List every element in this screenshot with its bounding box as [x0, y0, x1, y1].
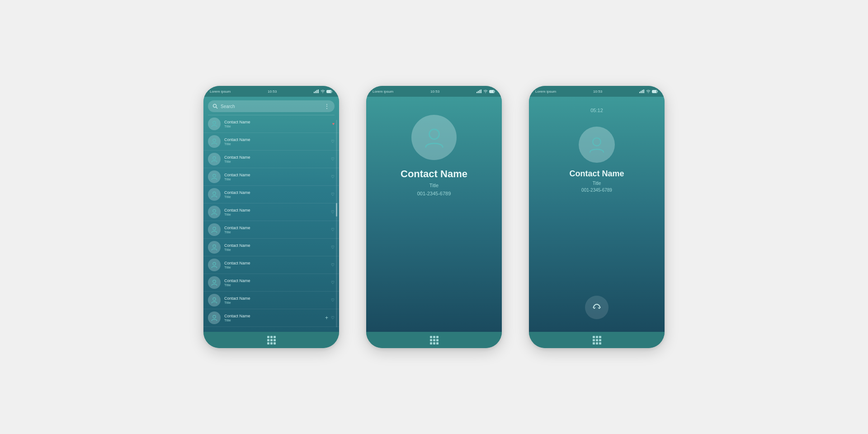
contact-actions: + ♡ — [325, 315, 335, 321]
add-contact-icon[interactable]: + — [325, 315, 328, 321]
contact-actions: ♡ — [331, 298, 335, 302]
grid-dot — [274, 339, 276, 341]
contact-item-title: Title — [224, 212, 327, 217]
grid-icon-3[interactable] — [593, 336, 601, 344]
contact-avatar — [208, 294, 221, 307]
favorite-icon[interactable]: ♡ — [331, 245, 335, 250]
svg-point-36 — [593, 138, 601, 146]
detail-contact-name: Contact Name — [401, 168, 467, 180]
signal-icon-1 — [314, 90, 319, 93]
favorite-icon[interactable]: ♡ — [331, 210, 335, 214]
grid-dot — [593, 339, 595, 341]
grid-icon-1[interactable] — [267, 336, 276, 344]
favorite-icon[interactable]: ♡ — [331, 157, 335, 161]
svg-rect-6 — [327, 90, 331, 92]
favorite-icon[interactable]: ♡ — [331, 192, 335, 197]
time-1: 10:53 — [268, 90, 277, 94]
grid-dot — [596, 336, 598, 338]
medium-person-icon — [587, 135, 607, 155]
favorite-icon[interactable]: ♡ — [331, 298, 335, 302]
avatar-person-icon — [211, 208, 218, 216]
contact-list-item[interactable]: Contact Name Title ♡ — [203, 151, 339, 168]
phone-3: Lorem ipsum 10:53 05:12 — [529, 86, 665, 348]
contact-detail-screen: Contact Name Title 001-2345-6789 — [366, 97, 502, 332]
grid-dot — [596, 342, 598, 344]
grid-dot — [596, 339, 598, 341]
contact-item-name: Contact Name — [224, 173, 327, 177]
svg-rect-22 — [478, 91, 479, 93]
contact-item-title: Title — [224, 142, 327, 146]
phone-1: Lorem ipsum 10:53 — [203, 86, 339, 348]
contact-item-title: Title — [224, 160, 327, 164]
svg-point-17 — [213, 262, 216, 265]
search-menu-icon[interactable]: ⋮ — [324, 103, 330, 109]
contact-item-name: Contact Name — [224, 190, 327, 195]
svg-point-7 — [213, 104, 217, 108]
contact-info: Contact Name Title — [224, 137, 327, 146]
contact-actions: ♡ — [331, 157, 335, 161]
contact-item-name: Contact Name — [224, 226, 327, 230]
wifi-icon-1 — [321, 90, 325, 93]
svg-point-20 — [213, 315, 216, 318]
grid-dot — [267, 339, 269, 341]
favorite-icon[interactable]: ♡ — [331, 175, 335, 179]
contact-list-item[interactable]: Contact Name Title ♡ — [203, 221, 339, 239]
contact-list-item[interactable]: Contact Name Title ♡ — [203, 256, 339, 274]
favorite-icon[interactable]: ♡ — [331, 316, 335, 320]
contact-item-name: Contact Name — [224, 208, 327, 212]
wifi-icon-2 — [483, 90, 488, 93]
contact-actions: ♡ — [331, 139, 335, 144]
svg-point-14 — [213, 209, 216, 212]
grid-icon-2[interactable] — [430, 336, 439, 344]
contact-info: Contact Name Title — [224, 173, 327, 181]
svg-rect-35 — [653, 90, 656, 92]
bottom-nav-2 — [366, 332, 502, 348]
search-icon — [212, 104, 218, 109]
favorite-icon[interactable]: ♡ — [331, 139, 335, 144]
contact-list-item[interactable]: Contact Name Title ♡ — [203, 168, 339, 186]
favorite-icon[interactable]: ♡ — [331, 227, 335, 232]
contact-avatar — [208, 135, 221, 148]
contact-item-name: Contact Name — [224, 278, 327, 283]
svg-rect-23 — [479, 90, 480, 93]
favorite-icon[interactable]: ♡ — [331, 280, 335, 285]
grid-dot — [436, 336, 439, 338]
contact-avatar — [208, 188, 221, 201]
svg-point-25 — [485, 92, 486, 93]
scrollbar-thumb[interactable] — [336, 203, 337, 217]
svg-point-28 — [429, 129, 439, 139]
contact-list-item[interactable]: Contact Name Title ♡ — [203, 203, 339, 221]
contact-item-title: Title — [224, 124, 329, 128]
contact-list: Contact Name Title ♥ Contact Name Title … — [203, 115, 339, 332]
contact-info: Contact Name Title — [224, 278, 327, 287]
svg-point-33 — [648, 92, 649, 93]
end-call-button[interactable] — [585, 296, 609, 319]
contact-list-item[interactable]: Contact Name Title + ♡ — [203, 309, 339, 327]
contact-list-item[interactable]: Contact Name Title ♥ — [203, 115, 339, 133]
time-3: 10:53 — [593, 90, 602, 94]
svg-rect-30 — [641, 91, 642, 93]
favorite-icon[interactable]: ♥ — [332, 122, 335, 126]
favorite-icon[interactable]: ♡ — [331, 263, 335, 267]
contact-list-item[interactable]: Contact Name Title ♡ — [203, 274, 339, 292]
avatar-person-icon — [211, 279, 218, 286]
contact-info: Contact Name Title — [224, 190, 327, 199]
search-input[interactable]: Search — [221, 104, 321, 109]
svg-point-11 — [213, 156, 216, 159]
contact-item-name: Contact Name — [224, 314, 321, 318]
grid-dot — [270, 342, 273, 344]
contact-list-item[interactable]: Contact Name Title ♡ — [203, 133, 339, 151]
bottom-nav-1 — [203, 332, 339, 348]
svg-rect-0 — [314, 92, 315, 93]
contact-item-name: Contact Name — [224, 296, 327, 301]
contact-list-item[interactable]: Contact Name Title ♡ — [203, 292, 339, 309]
grid-dot — [270, 339, 273, 341]
svg-point-16 — [213, 245, 216, 247]
svg-rect-21 — [476, 92, 477, 93]
contacts-screen: Search ⋮ Contact Name Title ♥ — [203, 97, 339, 332]
contact-list-item[interactable]: Contact Name Title ♡ — [203, 186, 339, 203]
svg-rect-1 — [315, 91, 316, 93]
search-bar[interactable]: Search ⋮ — [208, 100, 335, 112]
scrollbar-track[interactable] — [336, 120, 337, 327]
contact-list-item[interactable]: Contact Name Title ♡ — [203, 239, 339, 256]
